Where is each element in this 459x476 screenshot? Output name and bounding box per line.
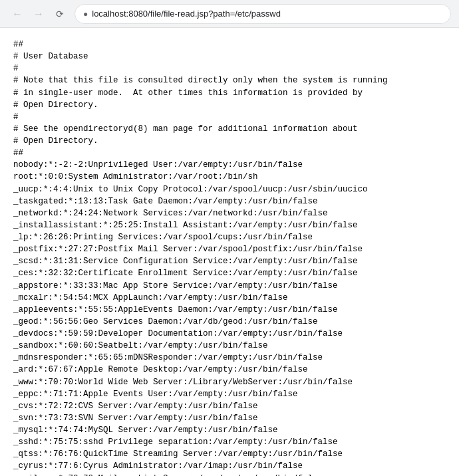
browser-toolbar: ← → ⟳ ● localhost:8080/file/file-read.js… <box>0 0 459 28</box>
address-bar[interactable]: ● localhost:8080/file/file-read.jsp?path… <box>75 4 451 24</box>
file-content: ## # User Database # # Note that this fi… <box>0 28 459 476</box>
back-button[interactable]: ← <box>8 5 27 23</box>
url-display: localhost:8080/file/file-read.jsp?path=/… <box>92 9 281 19</box>
lock-icon: ● <box>83 9 88 19</box>
forward-button[interactable]: → <box>29 5 48 23</box>
refresh-button[interactable]: ⟳ <box>51 5 69 23</box>
nav-buttons: ← → ⟳ <box>8 5 69 23</box>
